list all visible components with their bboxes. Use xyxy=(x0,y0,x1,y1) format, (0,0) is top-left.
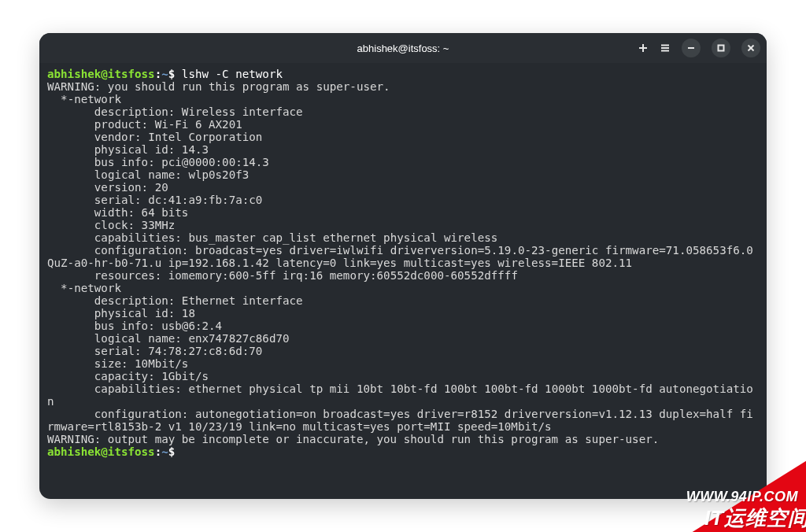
watermark-url: WWW.94IP.COM xyxy=(686,489,798,505)
prompt-colon: : xyxy=(155,68,162,80)
menu-button[interactable] xyxy=(660,42,671,54)
minimize-icon xyxy=(687,44,695,52)
prompt-dollar: $ xyxy=(168,68,176,80)
maximize-button[interactable] xyxy=(712,39,730,57)
minimize-button[interactable] xyxy=(682,39,701,57)
window-controls xyxy=(638,39,760,57)
close-icon xyxy=(747,44,755,52)
plus-icon xyxy=(638,42,649,54)
command-text: lshw -C network xyxy=(182,68,283,80)
hamburger-icon xyxy=(660,42,671,54)
prompt-colon-2: : xyxy=(155,445,162,458)
new-tab-button[interactable] xyxy=(638,42,649,54)
window-title: abhishek@itsfoss: ~ xyxy=(357,42,449,54)
close-button[interactable] xyxy=(741,39,760,57)
maximize-icon xyxy=(717,44,725,52)
prompt-path: ~ xyxy=(161,68,168,80)
prompt-dollar-2: $ xyxy=(168,445,176,458)
watermark-banner: WWW.94IP.COM IT运维空间 xyxy=(609,442,806,532)
prompt-path-2: ~ xyxy=(161,445,168,458)
titlebar: abhishek@itsfoss: ~ xyxy=(39,33,767,63)
prompt-user-host: abhishek@itsfoss xyxy=(47,68,155,80)
watermark-name: IT运维空间 xyxy=(704,504,806,532)
command-output: WARNING: you should run this program as … xyxy=(47,80,760,445)
prompt-user-host-2: abhishek@itsfoss xyxy=(47,445,155,458)
svg-rect-6 xyxy=(719,46,724,51)
